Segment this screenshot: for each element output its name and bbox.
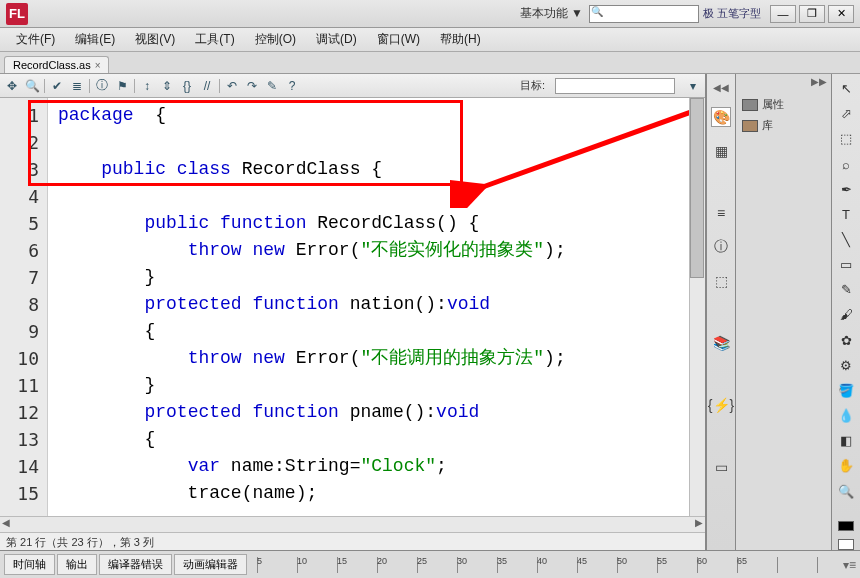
- menu-help[interactable]: 帮助(H): [430, 31, 491, 48]
- brush-tool-icon[interactable]: 🖌: [836, 306, 856, 323]
- bottom-panel: 时间轴 输出 编译器错误 动画编辑器 510152025303540455055…: [0, 550, 860, 578]
- grid-icon[interactable]: ▦: [711, 141, 731, 161]
- tab-compiler-errors[interactable]: 编译器错误: [99, 554, 172, 575]
- code-content[interactable]: package { public class RecordClass { pub…: [48, 98, 705, 516]
- stroke-color-icon[interactable]: [838, 521, 854, 532]
- expand-icon[interactable]: ⇕: [159, 78, 175, 94]
- transform-icon[interactable]: ⬚: [711, 271, 731, 291]
- tools-panel: ↖ ⬀ ⬚ ⌕ ✒ T ╲ ▭ ✎ 🖌 ✿ ⚙ 🪣 💧 ◧ ✋ 🔍: [831, 74, 860, 550]
- ime-indicator: 极 五笔字型: [703, 6, 761, 21]
- tab-label: RecordClass.as: [13, 59, 91, 71]
- align-icon[interactable]: ≡: [711, 203, 731, 223]
- tab-close-icon[interactable]: ×: [95, 60, 101, 71]
- library-panel-button[interactable]: 库: [736, 115, 831, 136]
- tab-output[interactable]: 输出: [57, 554, 97, 575]
- titlebar: FL 基本功能 ▼ 极 五笔字型 — ❐ ✕: [0, 0, 860, 28]
- close-button[interactable]: ✕: [828, 5, 854, 23]
- debug-icon[interactable]: ⚑: [114, 78, 130, 94]
- bone-tool-icon[interactable]: ⚙: [836, 357, 856, 374]
- find-icon[interactable]: 🔍: [24, 78, 40, 94]
- menubar: 文件(F) 编辑(E) 视图(V) 工具(T) 控制(O) 调试(D) 窗口(W…: [0, 28, 860, 52]
- actions-icon[interactable]: {⚡}: [711, 395, 731, 415]
- comment-icon[interactable]: //: [199, 78, 215, 94]
- menu-file[interactable]: 文件(F): [6, 31, 65, 48]
- paint-bucket-icon[interactable]: 🪣: [836, 382, 856, 399]
- horizontal-scrollbar[interactable]: [0, 516, 705, 532]
- brace-icon[interactable]: {}: [179, 78, 195, 94]
- format-icon[interactable]: ≣: [69, 78, 85, 94]
- panel-collapse-icon[interactable]: ▶▶: [811, 76, 827, 92]
- eyedropper-icon[interactable]: 💧: [836, 407, 856, 424]
- collapse-icon[interactable]: ↕: [139, 78, 155, 94]
- timeline-ruler[interactable]: 5101520253035404550556065: [257, 557, 837, 573]
- components-icon[interactable]: ▭: [711, 457, 731, 477]
- chevron-down-icon[interactable]: ▾: [685, 78, 701, 94]
- free-transform-icon[interactable]: ⬚: [836, 130, 856, 147]
- target-label: 目标:: [520, 78, 545, 93]
- menu-window[interactable]: 窗口(W): [367, 31, 430, 48]
- vertical-scrollbar[interactable]: [689, 98, 705, 516]
- menu-edit[interactable]: 编辑(E): [65, 31, 125, 48]
- document-tabs: RecordClass.as ×: [0, 52, 860, 74]
- tab-timeline[interactable]: 时间轴: [4, 554, 55, 575]
- pen-tool-icon[interactable]: ✒: [836, 181, 856, 198]
- library-dock-icon[interactable]: 📚: [711, 333, 731, 353]
- panel-menu-icon[interactable]: ▾≡: [843, 558, 856, 572]
- redo-icon[interactable]: ↷: [244, 78, 260, 94]
- panel-column: ▶▶ 属性 库: [735, 74, 831, 550]
- app-logo: FL: [6, 3, 28, 25]
- menu-control[interactable]: 控制(O): [245, 31, 306, 48]
- selection-tool-icon[interactable]: ↖: [836, 80, 856, 97]
- menu-debug[interactable]: 调试(D): [306, 31, 367, 48]
- properties-label: 属性: [762, 97, 784, 112]
- lasso-tool-icon[interactable]: ⌕: [836, 155, 856, 172]
- line-tool-icon[interactable]: ╲: [836, 231, 856, 248]
- status-bar: 第 21 行（共 23 行），第 3 列: [0, 532, 705, 550]
- library-icon: [742, 120, 758, 132]
- undo-icon[interactable]: ↶: [224, 78, 240, 94]
- tab-motion-editor[interactable]: 动画编辑器: [174, 554, 247, 575]
- code-editor[interactable]: 123456789101112131415 package { public c…: [0, 98, 705, 516]
- menu-view[interactable]: 视图(V): [125, 31, 185, 48]
- pencil-tool-icon[interactable]: ✎: [836, 281, 856, 298]
- check-icon[interactable]: ✔: [49, 78, 65, 94]
- snippet-icon[interactable]: ✎: [264, 78, 280, 94]
- help-icon[interactable]: ?: [284, 78, 300, 94]
- rectangle-tool-icon[interactable]: ▭: [836, 256, 856, 273]
- text-tool-icon[interactable]: T: [836, 206, 856, 223]
- add-icon[interactable]: ✥: [4, 78, 20, 94]
- code-toolbar: ✥ 🔍 ✔ ≣ ⓘ ⚑ ↕ ⇕ {} // ↶ ↷ ✎ ? 目标: ▾: [0, 74, 705, 98]
- subselection-tool-icon[interactable]: ⬀: [836, 105, 856, 122]
- restore-button[interactable]: ❐: [799, 5, 825, 23]
- deco-tool-icon[interactable]: ✿: [836, 332, 856, 349]
- menu-tools[interactable]: 工具(T): [185, 31, 244, 48]
- hand-tool-icon[interactable]: ✋: [836, 457, 856, 474]
- right-dock: ◀◀ 🎨 ▦ ≡ ⓘ ⬚ 📚 {⚡} ▭: [706, 74, 735, 550]
- workspace-mode[interactable]: 基本功能 ▼: [520, 5, 583, 22]
- line-gutter: 123456789101112131415: [0, 98, 48, 516]
- palette-icon[interactable]: 🎨: [711, 107, 731, 127]
- info-icon[interactable]: ⓘ: [711, 237, 731, 257]
- minimize-button[interactable]: —: [770, 5, 796, 23]
- tab-recordclass[interactable]: RecordClass.as ×: [4, 56, 109, 73]
- hint-icon[interactable]: ⓘ: [94, 78, 110, 94]
- properties-icon: [742, 99, 758, 111]
- properties-panel-button[interactable]: 属性: [736, 94, 831, 115]
- target-combo[interactable]: [555, 78, 675, 94]
- zoom-tool-icon[interactable]: 🔍: [836, 483, 856, 500]
- library-label: 库: [762, 118, 773, 133]
- eraser-tool-icon[interactable]: ◧: [836, 432, 856, 449]
- search-input[interactable]: [589, 5, 699, 23]
- fill-color-icon[interactable]: [838, 539, 854, 550]
